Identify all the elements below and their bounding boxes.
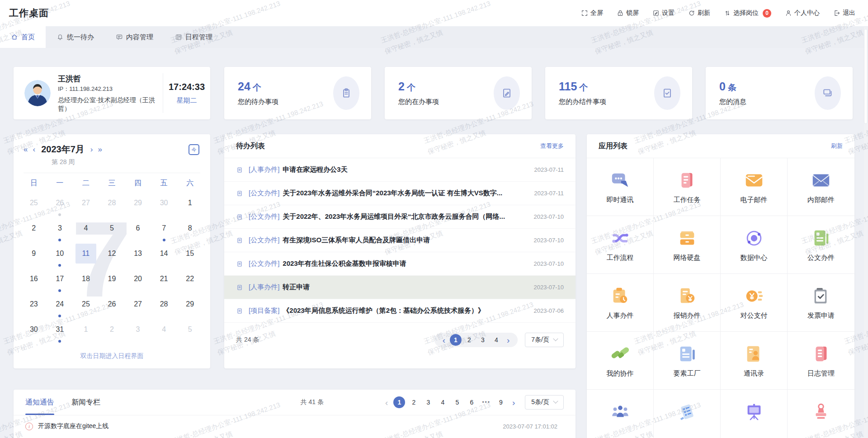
todo-item[interactable]: [公文办件] 有生深境ISO三体系年审人员配合及牌匾借出申请 2023-07-1… [224, 229, 576, 252]
calendar-day[interactable]: 7 [151, 218, 177, 244]
view-more-link[interactable]: 查看更多 [540, 142, 564, 150]
next-month-button[interactable]: › [90, 146, 93, 153]
tab-schedule-mgmt[interactable]: 日程管理 [164, 26, 223, 48]
calendar-day[interactable]: 27 [125, 294, 151, 320]
app-item-partial-19[interactable] [788, 390, 854, 438]
app-item-内部邮件[interactable]: 内部邮件 [788, 158, 854, 216]
app-item-公文办件[interactable]: 公文办件 [788, 216, 854, 274]
calendar-day[interactable]: 18 [73, 269, 99, 294]
todo-item[interactable]: [项目备案] 《2023年局信息系统运行维护（第2包：基础办公系统技术服务）》 … [224, 299, 576, 323]
todo-item[interactable]: [人事办件] 转正申请 2023-07-10 [224, 276, 576, 299]
prev-month-button[interactable]: ‹ [33, 146, 35, 153]
app-item-partial-17[interactable] [654, 390, 721, 438]
page-number[interactable]: 3 [477, 334, 489, 346]
page-number[interactable]: 4 [437, 396, 448, 408]
app-item-电子邮件[interactable]: 电子邮件 [721, 158, 788, 216]
page-number[interactable]: 9 [495, 396, 507, 408]
calendar-day[interactable]: 27 [73, 193, 99, 218]
app-item-日志管理[interactable]: 日志管理 [788, 332, 854, 390]
calendar-day[interactable]: 1 [177, 193, 203, 218]
page-number[interactable]: 2 [408, 396, 420, 408]
app-item-工作任务[interactable]: 工作任务 [654, 158, 721, 216]
calendar-day[interactable]: 16 [21, 269, 47, 294]
tab-home[interactable]: 首页 [0, 26, 46, 48]
calendar-day[interactable]: 26 [47, 193, 73, 218]
prev-year-button[interactable]: « [24, 146, 28, 153]
app-item-人事办件[interactable]: 人事办件 [587, 274, 654, 332]
calendar-day[interactable]: 4 [73, 218, 99, 244]
todo-item[interactable]: [公文办件] 2023年有生社保公积金基数申报审核申请 2023-07-10 [224, 252, 576, 276]
calendar-day[interactable]: 11 [73, 244, 99, 269]
calendar-footer-hint[interactable]: 双击日期进入日程界面 [14, 352, 210, 360]
calendar-day[interactable]: 5 [99, 218, 125, 244]
logout-button[interactable]: 退出 [833, 9, 855, 17]
app-item-即时通讯[interactable]: 即时通讯 [587, 158, 654, 216]
page-number[interactable]: 2 [463, 334, 475, 346]
calendar-day[interactable]: 17 [47, 269, 73, 294]
app-item-partial-16[interactable] [587, 390, 654, 438]
calendar-day[interactable]: 5 [177, 320, 203, 345]
calendar-day[interactable]: 24 [47, 294, 73, 320]
notice-tab-1[interactable]: 新闻专栏 [71, 390, 100, 415]
next-year-button[interactable]: » [98, 146, 102, 153]
calendar-day[interactable]: 6 [125, 218, 151, 244]
calendar-day[interactable]: 12 [99, 244, 125, 269]
page-number[interactable]: 5 [451, 396, 463, 408]
calendar-day[interactable]: 3 [47, 218, 73, 244]
tab-unified-todo[interactable]: 统一待办 [46, 26, 105, 48]
fullscreen-button[interactable]: 全屏 [581, 9, 603, 17]
lock-screen-button[interactable]: 锁屏 [617, 9, 639, 17]
calendar-day[interactable]: 8 [177, 218, 203, 244]
todo-item[interactable]: [公文办件] 关于2023年水务运维外采合同“2023年水务局统一认证 有生博大… [224, 182, 576, 205]
notice-page-size-select[interactable]: 5条/页 [525, 395, 564, 410]
calendar-day[interactable]: 28 [99, 193, 125, 218]
app-item-通讯录[interactable]: 通讯录 [721, 332, 788, 390]
page-number[interactable]: 4 [491, 334, 502, 346]
pager-ellipsis-icon[interactable]: ••• [480, 399, 492, 405]
app-item-工作流程[interactable]: 工作流程 [587, 216, 654, 274]
app-item-对公支付[interactable]: 对公支付 [721, 274, 788, 332]
calendar-day[interactable]: 2 [99, 320, 125, 345]
calendar-day[interactable]: 3 [125, 320, 151, 345]
page-number[interactable]: 3 [422, 396, 434, 408]
page-number[interactable]: 1 [393, 396, 405, 408]
calendar-day[interactable]: 25 [73, 294, 99, 320]
app-item-报销办件[interactable]: 报销办件 [654, 274, 721, 332]
calendar-day[interactable]: 22 [177, 269, 203, 294]
prev-page-button[interactable]: ‹ [440, 336, 448, 344]
calendar-day[interactable]: 10 [47, 244, 73, 269]
calendar-day[interactable]: 20 [125, 269, 151, 294]
calendar-day[interactable]: 2 [21, 218, 47, 244]
personal-center-button[interactable]: 个人中心 [785, 9, 820, 17]
todo-page-size-select[interactable]: 7条/页 [525, 333, 564, 347]
app-item-我的协作[interactable]: 我的协作 [587, 332, 654, 390]
calendar-day[interactable]: 25 [21, 193, 47, 218]
prev-page-button[interactable]: ‹ [382, 398, 391, 407]
calendar-day[interactable]: 26 [99, 294, 125, 320]
scrollbar-thumb[interactable] [864, 29, 868, 124]
calendar-day[interactable]: 29 [177, 294, 203, 320]
today-icon[interactable]: 今 [189, 144, 199, 155]
app-item-网络硬盘[interactable]: 网络硬盘 [654, 216, 721, 274]
app-item-要素工厂[interactable]: 要素工厂 [654, 332, 721, 390]
app-item-数据中心[interactable]: 数据中心 [721, 216, 788, 274]
select-post-button[interactable]: 选择岗位0 [724, 9, 771, 18]
calendar-day[interactable]: 13 [125, 244, 151, 269]
calendar-day[interactable]: 15 [177, 244, 203, 269]
calendar-day[interactable]: 23 [21, 294, 47, 320]
calendar-day[interactable]: 9 [21, 244, 47, 269]
calendar-day[interactable]: 19 [99, 269, 125, 294]
tab-content-mgmt[interactable]: 内容管理 [105, 26, 164, 48]
calendar-day[interactable]: 21 [151, 269, 177, 294]
calendar-day[interactable]: 30 [21, 320, 47, 345]
news-item[interactable]: i 开源数字底座在gitee上线 2023-07-07 17:01:02 [14, 415, 576, 437]
todo-item[interactable]: [公文办件] 关于2022年、2023年水务局运维项目外采“北京市政务云服务合同… [224, 205, 576, 229]
calendar-day[interactable]: 29 [125, 193, 151, 218]
app-item-发票申请[interactable]: 发票申请 [788, 274, 854, 332]
calendar-day[interactable]: 14 [151, 244, 177, 269]
apps-refresh-link[interactable]: 刷新 [831, 142, 843, 150]
next-page-button[interactable]: › [509, 398, 518, 407]
refresh-button[interactable]: 刷新 [688, 9, 710, 17]
next-page-button[interactable]: › [504, 336, 512, 344]
app-item-partial-18[interactable] [721, 390, 788, 438]
